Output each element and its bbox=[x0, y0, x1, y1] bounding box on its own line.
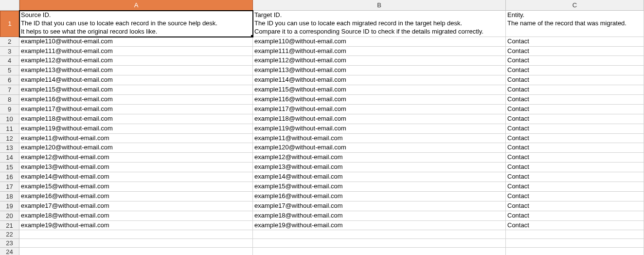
cell[interactable]: example18@without-email.com bbox=[253, 211, 506, 221]
column-header-a[interactable]: A bbox=[19, 0, 253, 11]
cell[interactable]: example19@without-email.com bbox=[253, 221, 506, 231]
cell[interactable]: example111@without-email.com bbox=[253, 47, 506, 56]
cell[interactable]: example117@without-email.com bbox=[253, 105, 506, 114]
row-header[interactable]: 2 bbox=[0, 37, 19, 47]
select-all-corner[interactable] bbox=[0, 0, 19, 11]
row-header[interactable]: 11 bbox=[0, 124, 19, 134]
row-header[interactable]: 13 bbox=[0, 143, 19, 153]
cell[interactable]: Contact bbox=[506, 124, 644, 134]
cell[interactable]: Contact bbox=[506, 211, 644, 221]
cell[interactable]: example11@without-email.com bbox=[253, 134, 506, 144]
cell[interactable]: Contact bbox=[506, 182, 644, 192]
row-header[interactable]: 4 bbox=[0, 56, 19, 66]
row-header[interactable]: 12 bbox=[0, 134, 19, 144]
cell[interactable]: Contact bbox=[506, 163, 644, 172]
row-header[interactable]: 24 bbox=[0, 248, 19, 255]
cell[interactable]: example111@without-email.com bbox=[19, 47, 253, 56]
cell[interactable]: example110@without-email.com bbox=[253, 37, 506, 47]
row-header[interactable]: 21 bbox=[0, 221, 19, 231]
cell[interactable]: example114@without-email.com bbox=[19, 75, 253, 85]
cell[interactable]: Contact bbox=[506, 95, 644, 105]
cell[interactable]: example16@without-email.com bbox=[253, 192, 506, 201]
cell[interactable]: Contact bbox=[506, 37, 644, 47]
row-header[interactable]: 14 bbox=[0, 153, 19, 163]
row-header[interactable]: 20 bbox=[0, 211, 19, 221]
cell[interactable]: example116@without-email.com bbox=[19, 95, 253, 105]
cell[interactable] bbox=[506, 230, 644, 239]
row-header[interactable]: 18 bbox=[0, 192, 19, 201]
cell[interactable]: example17@without-email.com bbox=[19, 201, 253, 211]
row-header[interactable]: 22 bbox=[0, 230, 19, 239]
cell[interactable]: example118@without-email.com bbox=[19, 114, 253, 124]
cell[interactable]: example15@without-email.com bbox=[253, 182, 506, 192]
row-header[interactable]: 5 bbox=[0, 66, 19, 75]
row-header[interactable]: 9 bbox=[0, 105, 19, 114]
cell[interactable]: example120@without-email.com bbox=[253, 143, 506, 153]
cell[interactable]: example115@without-email.com bbox=[253, 85, 506, 95]
cell-b1[interactable]: Target ID. The ID you can use to locate … bbox=[253, 11, 506, 37]
cell[interactable]: example18@without-email.com bbox=[19, 211, 253, 221]
cell[interactable]: example17@without-email.com bbox=[253, 201, 506, 211]
cell[interactable]: example14@without-email.com bbox=[253, 172, 506, 182]
cell[interactable]: Contact bbox=[506, 75, 644, 85]
row-header[interactable]: 17 bbox=[0, 182, 19, 192]
row-header[interactable]: 3 bbox=[0, 47, 19, 56]
cell[interactable]: example120@without-email.com bbox=[19, 143, 253, 153]
cell[interactable]: Contact bbox=[506, 85, 644, 95]
cell[interactable]: example113@without-email.com bbox=[19, 66, 253, 75]
cell[interactable]: example11@without-email.com bbox=[19, 134, 253, 144]
cell[interactable]: example13@without-email.com bbox=[253, 163, 506, 172]
cell[interactable]: example118@without-email.com bbox=[253, 114, 506, 124]
cell[interactable]: Contact bbox=[506, 47, 644, 56]
row-header[interactable]: 15 bbox=[0, 163, 19, 172]
cell[interactable]: example119@without-email.com bbox=[253, 124, 506, 134]
cell[interactable] bbox=[506, 248, 644, 255]
cell[interactable] bbox=[19, 239, 253, 248]
column-header-c[interactable]: C bbox=[506, 0, 644, 11]
row-header[interactable]: 19 bbox=[0, 201, 19, 211]
cell[interactable]: Contact bbox=[506, 143, 644, 153]
cell[interactable]: example19@without-email.com bbox=[19, 221, 253, 231]
row-header[interactable]: 23 bbox=[0, 239, 19, 248]
cell[interactable]: Contact bbox=[506, 114, 644, 124]
row-header[interactable]: 8 bbox=[0, 95, 19, 105]
cell[interactable]: example110@without-email.com bbox=[19, 37, 253, 47]
cell[interactable] bbox=[253, 230, 506, 239]
cell[interactable]: example117@without-email.com bbox=[19, 105, 253, 114]
cell[interactable]: example13@without-email.com bbox=[19, 163, 253, 172]
cell[interactable]: Contact bbox=[506, 153, 644, 163]
cell-a1[interactable]: Source ID. The ID that you can use to lo… bbox=[19, 11, 253, 37]
cell[interactable]: Contact bbox=[506, 192, 644, 201]
cell-c1[interactable]: Entity. The name of the record that was … bbox=[506, 11, 644, 37]
cell[interactable]: example12@without-email.com bbox=[253, 153, 506, 163]
cell[interactable]: example113@without-email.com bbox=[253, 66, 506, 75]
row-header-1[interactable]: 1 bbox=[0, 11, 19, 37]
cell[interactable]: example15@without-email.com bbox=[19, 182, 253, 192]
cell[interactable] bbox=[253, 248, 506, 255]
cell[interactable]: example16@without-email.com bbox=[19, 192, 253, 201]
cell[interactable] bbox=[19, 230, 253, 239]
row-header[interactable]: 7 bbox=[0, 85, 19, 95]
cell[interactable]: Contact bbox=[506, 201, 644, 211]
cell[interactable]: example116@without-email.com bbox=[253, 95, 506, 105]
cell[interactable]: example119@without-email.com bbox=[19, 124, 253, 134]
cell[interactable]: Contact bbox=[506, 56, 644, 66]
cell[interactable]: Contact bbox=[506, 66, 644, 75]
cell[interactable]: example112@without-email.com bbox=[253, 56, 506, 66]
row-header[interactable]: 16 bbox=[0, 172, 19, 182]
row-header[interactable]: 6 bbox=[0, 75, 19, 85]
cell[interactable] bbox=[19, 248, 253, 255]
cell[interactable] bbox=[253, 239, 506, 248]
cell[interactable]: example115@without-email.com bbox=[19, 85, 253, 95]
row-header[interactable]: 10 bbox=[0, 114, 19, 124]
cell[interactable] bbox=[506, 239, 644, 248]
cell[interactable]: example112@without-email.com bbox=[19, 56, 253, 66]
cell[interactable]: Contact bbox=[506, 221, 644, 231]
cell[interactable]: example12@without-email.com bbox=[19, 153, 253, 163]
cell[interactable]: example14@without-email.com bbox=[19, 172, 253, 182]
cell[interactable]: Contact bbox=[506, 172, 644, 182]
cell[interactable]: Contact bbox=[506, 134, 644, 144]
cell[interactable]: Contact bbox=[506, 105, 644, 114]
cell[interactable]: example114@without-email.com bbox=[253, 75, 506, 85]
column-header-b[interactable]: B bbox=[253, 0, 506, 11]
